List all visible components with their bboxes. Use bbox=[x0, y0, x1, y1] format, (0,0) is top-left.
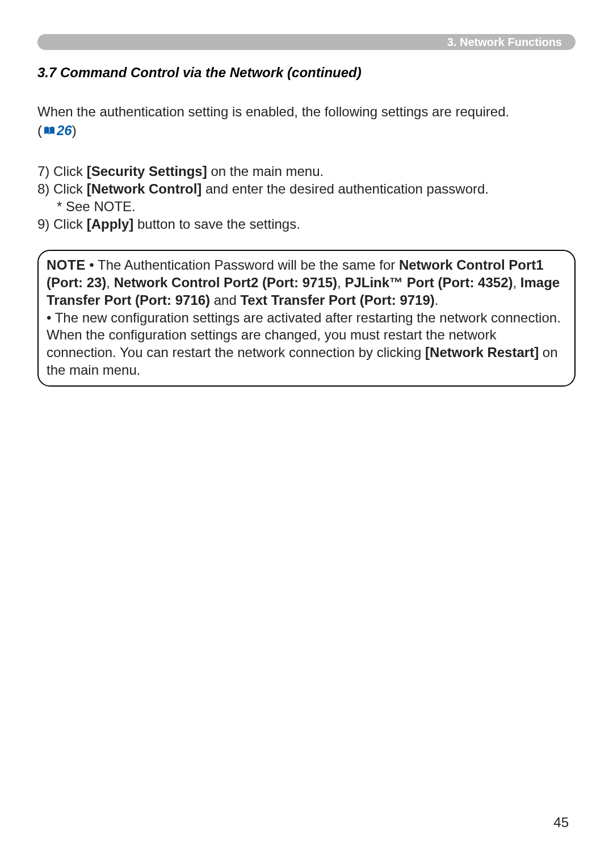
book-icon bbox=[43, 124, 56, 140]
page-number: 45 bbox=[553, 815, 569, 831]
step-8-prefix: 8) Click bbox=[37, 181, 87, 196]
steps-list: 7) Click [Security Settings] on the main… bbox=[37, 162, 576, 233]
note-label: NOTE bbox=[47, 257, 86, 272]
paren-open: ( bbox=[37, 123, 42, 138]
note-period: . bbox=[435, 292, 439, 308]
note-comma-1: , bbox=[106, 275, 114, 290]
step-7: 7) Click [Security Settings] on the main… bbox=[37, 162, 576, 180]
note-bold-3: PJLink™ Port (Port: 4352) bbox=[345, 275, 513, 290]
note-comma-3: , bbox=[513, 275, 520, 290]
step-9-bold: [Apply] bbox=[87, 216, 134, 232]
step-8-suffix: and enter the desired authentication pas… bbox=[201, 181, 489, 196]
step-8-subnote: * See NOTE. bbox=[37, 198, 576, 215]
step-7-bold: [Security Settings] bbox=[87, 163, 207, 179]
document-page: 3. Network Functions 3.7 Command Control… bbox=[0, 0, 613, 387]
reference-line: (26) bbox=[37, 123, 576, 140]
paren-close: ) bbox=[72, 123, 77, 138]
note-bold-6: [Network Restart] bbox=[425, 345, 539, 360]
step-8-bold: [Network Control] bbox=[87, 181, 202, 196]
step-9-suffix: button to save the settings. bbox=[133, 216, 300, 232]
note-and: and bbox=[210, 292, 240, 308]
chapter-header-bar: 3. Network Functions bbox=[37, 34, 576, 50]
note-bold-5: Text Transfer Port (Port: 9719) bbox=[240, 292, 434, 308]
step-7-suffix: on the main menu. bbox=[207, 163, 324, 179]
chapter-header-text: 3. Network Functions bbox=[447, 36, 562, 49]
note-box: NOTE • The Authentication Password will … bbox=[37, 250, 576, 387]
intro-paragraph: When the authentication setting is enabl… bbox=[37, 103, 576, 120]
note-comma-2: , bbox=[337, 275, 345, 290]
section-title: 3.7 Command Control via the Network (con… bbox=[37, 65, 576, 81]
step-9: 9) Click [Apply] button to save the sett… bbox=[37, 215, 576, 233]
reference-page-number: 26 bbox=[57, 123, 72, 138]
note-text-1: • The Authentication Password will be th… bbox=[86, 257, 399, 272]
step-9-prefix: 9) Click bbox=[37, 216, 87, 232]
note-bold-2: Network Control Port2 (Port: 9715) bbox=[114, 275, 337, 290]
step-7-prefix: 7) Click bbox=[37, 163, 87, 179]
step-8: 8) Click [Network Control] and enter the… bbox=[37, 180, 576, 198]
